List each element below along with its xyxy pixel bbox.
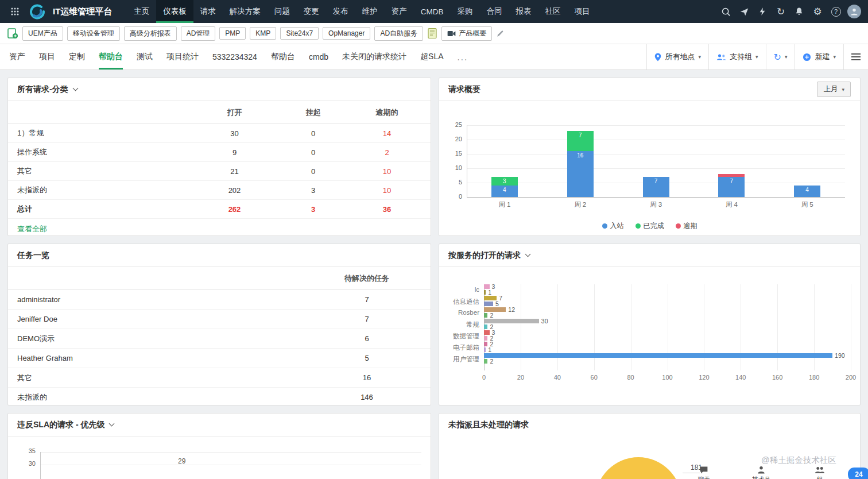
hold-total[interactable]: 3 (274, 205, 352, 214)
nav-item-problems[interactable]: 问题 (268, 0, 297, 23)
announcement-icon[interactable] (736, 3, 752, 20)
bar[interactable] (484, 347, 486, 352)
product-overview-button[interactable]: 产品概要 (441, 26, 492, 41)
nav-item-contracts[interactable]: 合同 (480, 0, 509, 23)
bar[interactable] (484, 336, 487, 341)
open-total[interactable]: 262 (195, 205, 274, 214)
shortcut-analytics[interactable]: 高级分析报表 (124, 26, 177, 41)
new-dashboard-button[interactable]: 新建 ▾ (795, 44, 843, 69)
overdue-value[interactable]: 2 (352, 148, 421, 157)
bar-segment[interactable]: 4 (794, 186, 820, 197)
overdue-value[interactable]: 10 (352, 167, 421, 176)
bar-segment[interactable] (718, 174, 745, 177)
shortcut-mdm[interactable]: 移动设备管理 (67, 26, 120, 41)
search-icon[interactable] (718, 3, 734, 20)
nav-item-releases[interactable]: 发布 (326, 0, 355, 23)
nav-item-dashboard[interactable]: 仪表板 (156, 0, 193, 23)
tab-project-stats[interactable]: 项目统计 (166, 44, 199, 69)
tab-5332234324[interactable]: 5332234324 (212, 44, 257, 69)
overdue-value[interactable]: 10 (352, 186, 421, 195)
list-item[interactable]: 其它 16 (8, 368, 431, 388)
dock-item-technicians[interactable]: 技术员 (744, 465, 778, 479)
legend-item[interactable]: 已完成 (636, 221, 664, 231)
add-shortcut-icon[interactable] (7, 28, 18, 39)
tab-projects[interactable]: 项目 (39, 44, 55, 69)
list-item[interactable]: administrator 7 (8, 290, 431, 310)
help-icon[interactable]: ? (828, 3, 844, 20)
tab-custom[interactable]: 定制 (69, 44, 85, 69)
list-item[interactable]: DEMO演示 6 (8, 329, 431, 349)
table-row[interactable]: 未指派的 202 3 10 (8, 181, 431, 200)
list-item[interactable]: Heather Graham 5 (8, 349, 431, 368)
nav-item-reports[interactable]: 报表 (509, 0, 538, 23)
legend-item[interactable]: 入站 (602, 221, 624, 231)
tab-unclosed-stats[interactable]: 未关闭的请求统计 (342, 44, 406, 69)
tab-test[interactable]: 测试 (137, 44, 153, 69)
task-count[interactable]: 7 (312, 315, 421, 323)
nav-item-changes[interactable]: 变更 (297, 0, 326, 23)
user-avatar[interactable] (846, 3, 862, 20)
tab-helpdesk-2[interactable]: 帮助台 (271, 44, 295, 69)
bar[interactable] (484, 302, 493, 306)
task-count[interactable]: 7 (312, 295, 421, 304)
shortcut-adselfservice[interactable]: AD自助服务 (374, 26, 423, 41)
task-count[interactable]: 146 (312, 393, 421, 401)
site-filter-dropdown[interactable]: 所有地点 ▾ (646, 44, 708, 69)
hold-value[interactable]: 0 (274, 148, 352, 157)
shortcut-uem[interactable]: UEM产品 (22, 26, 63, 41)
bar[interactable] (484, 296, 497, 300)
table-row[interactable]: 其它 21 0 10 (8, 162, 431, 181)
nav-item-home[interactable]: 主页 (127, 0, 156, 23)
list-item[interactable]: Jeniffer Doe 7 (8, 310, 431, 329)
app-grid-icon[interactable] (7, 3, 23, 20)
shortcut-opmanager[interactable]: OpManager (323, 27, 370, 40)
notes-icon[interactable] (427, 28, 437, 39)
open-value[interactable]: 202 (195, 186, 274, 195)
nav-item-assets[interactable]: 资产 (385, 0, 414, 23)
refresh-dropdown[interactable]: ↻ ▾ (766, 44, 795, 69)
nav-item-purchase[interactable]: 采购 (451, 0, 480, 23)
nav-item-community[interactable]: 社区 (538, 0, 568, 23)
edit-pencil-icon[interactable] (496, 29, 505, 38)
bar-segment[interactable]: 3 (491, 177, 518, 186)
bar[interactable] (484, 313, 487, 318)
task-count[interactable]: 16 (312, 373, 421, 382)
tab-assets[interactable]: 资产 (9, 44, 25, 69)
overdue-total[interactable]: 36 (352, 205, 421, 214)
bar[interactable] (484, 307, 506, 312)
dock-item-groups[interactable]: 组 (803, 465, 837, 479)
bar[interactable] (484, 342, 487, 346)
tab-cmdb[interactable]: cmdb (309, 44, 328, 69)
tab-helpdesk[interactable]: 帮助台 (99, 44, 123, 69)
bar[interactable] (484, 359, 487, 364)
tabs-more-button[interactable]: ... (458, 44, 468, 69)
chat-widget-badge[interactable]: 24 (848, 468, 868, 479)
open-value[interactable]: 30 (195, 129, 274, 138)
tabbar-menu-button[interactable] (843, 44, 868, 69)
chevron-down-icon[interactable] (109, 421, 115, 427)
nav-item-requests[interactable]: 请求 (193, 0, 223, 23)
notifications-bell-icon[interactable] (791, 3, 807, 20)
task-count[interactable]: 5 (312, 354, 421, 362)
legend-item[interactable]: 逾期 (676, 221, 698, 231)
hold-value[interactable]: 0 (274, 167, 352, 176)
shortcut-ad[interactable]: AD管理 (181, 26, 216, 41)
view-all-link[interactable]: 查看全部 (8, 219, 56, 236)
zia-bolt-icon[interactable] (754, 3, 770, 20)
nav-item-projects[interactable]: 项目 (568, 0, 597, 23)
bar-segment[interactable]: 7 (718, 177, 745, 197)
list-item[interactable]: 未指派的 146 (8, 388, 431, 405)
nav-item-solutions[interactable]: 解决方案 (223, 0, 268, 23)
shortcut-pmp[interactable]: PMP (219, 27, 246, 40)
task-count[interactable]: 6 (312, 334, 421, 343)
bar[interactable] (484, 290, 486, 295)
tab-over-sla[interactable]: 超SLA (420, 44, 443, 69)
settings-gear-icon[interactable]: ⚙ (809, 3, 826, 20)
nav-item-maintenance[interactable]: 维护 (355, 0, 385, 23)
hold-value[interactable]: 3 (274, 186, 352, 195)
bar-segment[interactable]: 7 (567, 131, 594, 151)
shortcut-kmp[interactable]: KMP (250, 27, 276, 40)
bar-segment[interactable]: 4 (491, 186, 518, 197)
dock-item-chat[interactable]: 聊天 (687, 465, 721, 479)
bar-segment[interactable]: 7 (643, 177, 669, 197)
